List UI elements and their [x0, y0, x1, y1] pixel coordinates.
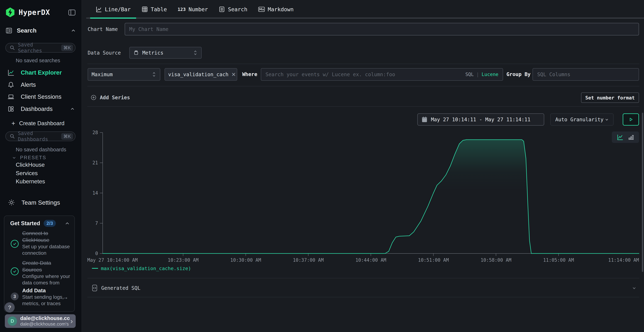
group-by-input[interactable]: SQL Columns	[532, 68, 639, 81]
preset-clickhouse[interactable]: ClickHouse	[16, 162, 45, 168]
plus-icon: +	[12, 120, 15, 127]
data-source-label: Data Source	[88, 50, 121, 56]
select-chevrons-icon	[193, 50, 198, 56]
data-source-row: Data Source Metrics	[88, 47, 202, 59]
tab-table[interactable]: Table	[136, 0, 172, 18]
metric-line-chart[interactable]: 07142128May 27 10:14:00 AM10:23:00 AM10:…	[82, 125, 644, 268]
svg-text:14: 14	[92, 190, 98, 196]
sidebar-item-chart-explorer[interactable]: Chart Explorer	[0, 68, 82, 78]
tab-line-bar[interactable]: Line/Bar	[90, 0, 136, 18]
svg-text:10:44:00 AM: 10:44:00 AM	[356, 258, 386, 263]
svg-text:7: 7	[95, 220, 98, 226]
svg-text:10:30:00 AM: 10:30:00 AM	[230, 258, 261, 263]
sidebar: HyperDX Search Saved Searches ⌘K No save…	[0, 0, 82, 332]
play-icon	[628, 117, 634, 122]
group-by-label: Group By	[506, 68, 530, 81]
plus-circle-icon	[90, 94, 96, 100]
chart-display-toggle	[612, 132, 639, 143]
preset-kubernetes[interactable]: Kubernetes	[16, 178, 45, 185]
step-title: Add Data	[22, 287, 72, 294]
saved-dashboards-input[interactable]: Saved Dashboards ⌘K	[5, 132, 76, 141]
lucene-toggle[interactable]: Lucene	[482, 72, 498, 77]
chart-type-tabbar: Line/Bar Table 123 Number Search Markdow…	[82, 0, 644, 18]
user-account-row[interactable]: D dale@clickhouse.com dale@clickhouse.co…	[5, 314, 76, 328]
svg-text:10:23:00 AM: 10:23:00 AM	[168, 258, 198, 263]
main-content: Line/Bar Table 123 Number Search Markdow…	[82, 0, 644, 332]
get-started-header[interactable]: Get Started 2/3	[10, 220, 70, 227]
number-123-icon: 123	[178, 7, 186, 12]
list-lines-icon	[218, 6, 225, 12]
data-source-select[interactable]: Metrics	[129, 47, 202, 59]
chevron-up-icon[interactable]	[64, 220, 70, 226]
chevron-down-icon	[12, 156, 16, 160]
step-description: Configure where your data comes from	[22, 273, 72, 286]
where-search-input[interactable]: Search your events w/ Lucene ex. column:…	[261, 68, 503, 81]
scrollbar-thumb[interactable]	[642, 113, 643, 272]
saved-dashboards-placeholder: Saved Dashboards	[18, 130, 58, 142]
get-started-step-2[interactable]: Create Data Sources Configure where your…	[11, 260, 72, 286]
get-started-step-3[interactable]: 3 Add Data Start sending logs, metrics, …	[11, 287, 72, 307]
svg-text:10:58:00 AM: 10:58:00 AM	[480, 258, 511, 263]
bar-chart-toggle-icon[interactable]	[628, 134, 634, 140]
divider	[87, 86, 639, 86]
svg-text:21: 21	[92, 160, 98, 166]
metric-field-tag[interactable]: visa_validation_cach ✕	[164, 68, 237, 81]
presets-header[interactable]: PRESETS	[12, 155, 46, 160]
close-icon[interactable]: ✕	[231, 71, 236, 78]
sidebar-collapse-icon[interactable]	[68, 8, 76, 17]
shortcut-badge: ⌘K	[61, 44, 73, 51]
brand-name: HyperDX	[18, 8, 50, 16]
add-series-button[interactable]: Add Series	[90, 90, 130, 105]
chevron-up-icon[interactable]	[70, 28, 76, 34]
arrow-right-icon: →	[62, 294, 68, 300]
markdown-icon	[258, 6, 265, 12]
step-description: Set up your database connection	[22, 244, 72, 256]
tab-search[interactable]: Search	[213, 0, 252, 18]
chevron-down-icon	[632, 285, 637, 291]
granularity-select[interactable]: Auto Granularity	[550, 114, 614, 126]
tab-number[interactable]: 123 Number	[172, 0, 214, 18]
saved-searches-input[interactable]: Saved Searches ⌘K	[5, 43, 76, 52]
chevron-up-icon[interactable]	[70, 106, 75, 112]
step-title: Create Data Sources	[22, 260, 72, 273]
step-title: Connect to ClickHouse	[22, 230, 72, 244]
sidebar-item-client-sessions[interactable]: Client Sessions	[0, 92, 82, 102]
series-row: Maximum visa_validation_cach ✕ Where Sea…	[82, 68, 644, 81]
time-range-picker[interactable]: May 27 10:14:11 - May 27 11:14:11	[417, 114, 544, 126]
aggregation-select[interactable]: Maximum	[88, 68, 160, 81]
run-query-button[interactable]	[623, 114, 639, 126]
chart-name-row: Chart Name My Chart Name	[88, 23, 639, 36]
get-started-step-1[interactable]: Connect to ClickHouse Set up your databa…	[11, 230, 72, 256]
tab-markdown[interactable]: Markdown	[253, 0, 299, 18]
sidebar-item-alerts[interactable]: Alerts	[0, 80, 82, 90]
svg-text:10:51:00 AM: 10:51:00 AM	[418, 258, 449, 263]
svg-text:28: 28	[92, 130, 98, 135]
help-button[interactable]: ?	[4, 302, 15, 312]
svg-text:11:05:00 AM: 11:05:00 AM	[543, 258, 574, 263]
chart-legend[interactable]: max(visa_validation_cache.size)	[92, 265, 191, 272]
sidebar-section-search[interactable]: Search	[5, 26, 76, 35]
magnifier-icon	[10, 45, 15, 50]
calendar-icon	[422, 116, 427, 122]
chart-name-input[interactable]: My Chart Name	[125, 23, 639, 36]
svg-text:10:37:00 AM: 10:37:00 AM	[293, 258, 324, 263]
generated-sql-toggle[interactable]: Generated SQL	[92, 282, 639, 294]
set-number-format-button[interactable]: Set number format	[581, 92, 639, 103]
preset-services[interactable]: Services	[16, 170, 38, 176]
svg-text:0: 0	[95, 251, 98, 256]
bell-icon	[8, 82, 14, 88]
get-started-title: Get Started	[10, 220, 40, 227]
create-dashboard-button[interactable]: + Create Dashboard	[12, 120, 64, 127]
sql-toggle[interactable]: SQL	[465, 72, 474, 77]
chart-name-label: Chart Name	[88, 26, 118, 32]
divider	[87, 106, 639, 106]
line-chart-icon	[8, 69, 14, 76]
code-icon	[92, 284, 97, 292]
gear-icon	[8, 199, 15, 206]
line-chart-toggle-icon[interactable]	[617, 134, 624, 140]
query-language-toggle: SQL | Lucene	[465, 72, 498, 77]
sidebar-item-team-settings[interactable]: Team Settings	[8, 198, 60, 207]
legend-series-label: max(visa_validation_cache.size)	[101, 266, 191, 271]
sidebar-item-dashboards[interactable]: Dashboards	[0, 104, 82, 114]
get-started-panel: Get Started 2/3 Connect to ClickHouse Se…	[4, 216, 75, 312]
